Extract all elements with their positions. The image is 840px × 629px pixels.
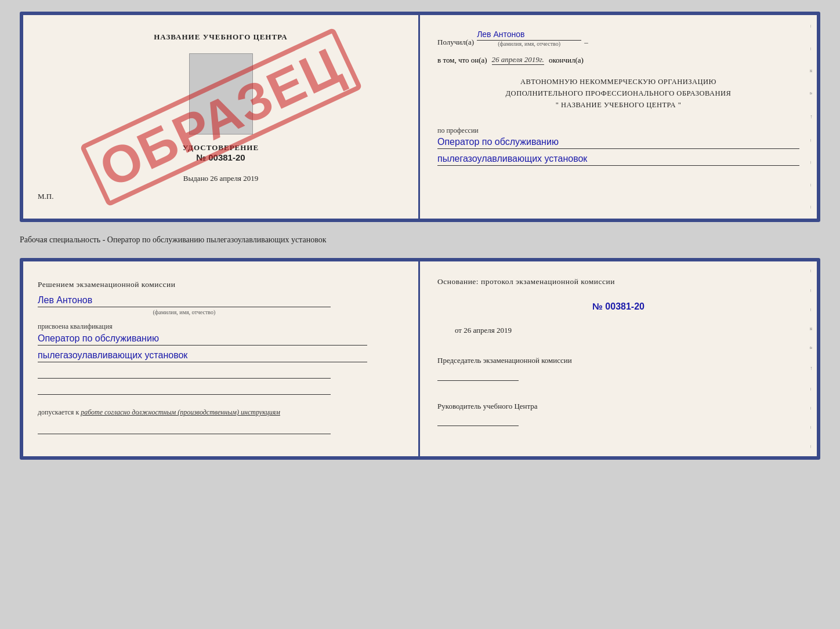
osnovaniye-text: Основание: протокол экзаменационной коми… bbox=[437, 277, 615, 286]
side-mark-and: и bbox=[809, 70, 814, 72]
photo-placeholder bbox=[189, 53, 253, 134]
mp-line: М.П. bbox=[38, 192, 53, 201]
udostoverenie-block: УДОСТОВЕРЕНИЕ № 00381-20 bbox=[183, 143, 259, 162]
rukovoditel-label: Руководитель учебного Центра bbox=[437, 401, 799, 412]
bsm-2: – bbox=[809, 289, 814, 292]
bsm-a: а bbox=[809, 347, 814, 349]
bottom-fio-label: (фамилия, имя, отчество) bbox=[38, 309, 331, 315]
sign-line-1 bbox=[38, 367, 331, 379]
side-mark-6: – bbox=[809, 206, 814, 209]
bottom-side-marks: – – – и а ← – – – – bbox=[806, 261, 817, 456]
side-mark-a: а bbox=[809, 92, 814, 94]
bsm-arrow: ← bbox=[809, 366, 814, 371]
org-line1: АВТОНОМНУЮ НЕКОММЕРЧЕСКУЮ ОРГАНИЗАЦИЮ bbox=[437, 76, 799, 88]
bsm-5: – bbox=[809, 407, 814, 410]
rukovoditel-block: Руководитель учебного Центра bbox=[437, 401, 799, 427]
ot-line: от 26 апреля 2019 bbox=[455, 326, 799, 335]
sign-line-2 bbox=[38, 383, 331, 395]
rukovoditel-sign-line bbox=[437, 415, 519, 426]
po-professii-label: по профессии bbox=[437, 126, 479, 134]
org-block: АВТОНОМНУЮ НЕКОММЕРЧЕСКУЮ ОРГАНИЗАЦИЮ ДО… bbox=[437, 76, 799, 111]
profession-value2: пылегазоулавливающих установок bbox=[437, 154, 799, 166]
poluchil-row: Получил(а) Лев Антонов (фамилия, имя, от… bbox=[437, 30, 799, 47]
side-mark-4: – bbox=[809, 161, 814, 164]
profession-value1: Оператор по обслуживанию bbox=[437, 137, 799, 149]
udostoverenie-number: № 00381-20 bbox=[183, 152, 259, 162]
vtomchto-date: 26 апреля 2019г. bbox=[492, 55, 544, 65]
vydano-label: Выдано bbox=[183, 174, 208, 183]
fio-subtitle-top: (фамилия, имя, отчество) bbox=[498, 41, 560, 47]
vydano-date: 26 апреля 2019 bbox=[210, 174, 258, 183]
org-line2: ДОПОЛНИТЕЛЬНОГО ПРОФЕССИОНАЛЬНОГО ОБРАЗО… bbox=[437, 88, 799, 99]
dopusk-value: работе согласно должностным (производств… bbox=[81, 408, 280, 416]
qual-value1: Оператор по обслуживанию bbox=[38, 333, 367, 346]
bsm-6: – bbox=[809, 426, 814, 429]
org-line3: " НАЗВАНИЕ УЧЕБНОГО ЦЕНТРА " bbox=[437, 99, 799, 111]
top-document: НАЗВАНИЕ УЧЕБНОГО ЦЕНТРА УДОСТОВЕРЕНИЕ №… bbox=[20, 12, 820, 222]
qual-value2: пылегазоулавливающих установок bbox=[38, 350, 367, 362]
dopuskaetsya-label: допускается к bbox=[38, 408, 79, 416]
chairman-block: Председатель экзаменационной комиссии bbox=[437, 355, 799, 381]
top-right-page: Получил(а) Лев Антонов (фамилия, имя, от… bbox=[420, 15, 817, 219]
bsm-3: – bbox=[809, 308, 814, 311]
udostoverenie-label: УДОСТОВЕРЕНИЕ bbox=[183, 143, 259, 152]
side-mark-arrow: ← bbox=[809, 114, 814, 119]
bottom-left-page: Решением экзаменационной комиссии Лев Ан… bbox=[23, 261, 420, 456]
side-marks: – – и а ← – – – – bbox=[806, 15, 817, 219]
poluchil-label: Получил(а) bbox=[437, 38, 474, 47]
top-left-page: НАЗВАНИЕ УЧЕБНОГО ЦЕНТРА УДОСТОВЕРЕНИЕ №… bbox=[23, 15, 420, 219]
poluchil-value: Лев Антонов bbox=[477, 30, 581, 41]
dopusk-underline: работе согласно должностным (производств… bbox=[81, 408, 280, 416]
bottom-name-value: Лев Антонов bbox=[38, 295, 331, 307]
chairman-label: Председатель экзаменационной комиссии bbox=[437, 355, 799, 366]
top-left-title: НАЗВАНИЕ УЧЕБНОГО ЦЕНТРА bbox=[154, 32, 288, 42]
bottom-document: Решением экзаменационной комиссии Лев Ан… bbox=[20, 258, 820, 460]
bottom-right-page: Основание: протокол экзаменационной коми… bbox=[420, 261, 817, 456]
bsm-7: – bbox=[809, 445, 814, 448]
vtomchto-label: в том, что он(а) bbox=[437, 56, 487, 65]
vtomchto-line: в том, что он(а) 26 апреля 2019г. окончи… bbox=[437, 55, 799, 65]
bsm-and: и bbox=[809, 328, 814, 330]
prisvoena-label: присвоена квалификация bbox=[38, 322, 113, 331]
sign-line-3 bbox=[38, 423, 331, 434]
dash-top: – bbox=[584, 38, 588, 47]
ot-date: 26 апреля 2019 bbox=[464, 326, 512, 335]
bsm-1: – bbox=[809, 270, 814, 272]
osnovaniye-block: Основание: протокол экзаменационной коми… bbox=[437, 276, 799, 288]
okoncil-label: окончил(а) bbox=[549, 56, 584, 65]
side-mark-2: – bbox=[809, 48, 814, 50]
chairman-sign-line bbox=[437, 369, 519, 381]
protocol-number: № 00381-20 bbox=[437, 301, 799, 312]
side-mark-5: – bbox=[809, 184, 814, 187]
ot-label: от bbox=[455, 326, 462, 335]
middle-text: Рабочая специальность - Оператор по обсл… bbox=[20, 232, 820, 248]
side-mark-1: – bbox=[809, 25, 814, 28]
side-mark-3: – bbox=[809, 139, 814, 142]
bsm-4: – bbox=[809, 388, 814, 391]
dopuskaetsya-block: допускается к работе согласно должностны… bbox=[38, 408, 280, 417]
resheniye-text: Решением экзаменационной комиссии bbox=[38, 279, 175, 290]
profession-block: по профессии Оператор по обслуживанию пы… bbox=[437, 125, 799, 166]
vydano-line: Выдано 26 апреля 2019 bbox=[183, 174, 258, 183]
page-wrapper: НАЗВАНИЕ УЧЕБНОГО ЦЕНТРА УДОСТОВЕРЕНИЕ №… bbox=[20, 12, 820, 460]
